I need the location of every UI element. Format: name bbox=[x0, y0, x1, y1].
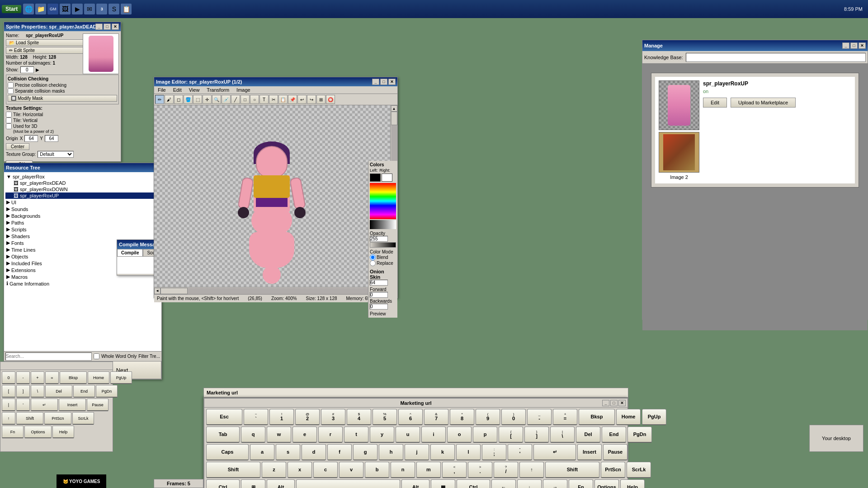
sk-quote[interactable]: ' bbox=[16, 399, 30, 411]
menu-view[interactable]: View bbox=[187, 87, 202, 93]
sk-pipe[interactable]: | bbox=[2, 399, 15, 411]
sk-plus[interactable]: + bbox=[31, 371, 44, 384]
close-button[interactable]: ✕ bbox=[859, 42, 866, 49]
key-1[interactable]: !1 bbox=[269, 409, 294, 425]
edit-button[interactable]: Edit bbox=[703, 98, 727, 108]
redo-tool[interactable]: ↪ bbox=[307, 95, 316, 104]
tree-item-spr-rox[interactable]: ▼ spr_playerRox bbox=[5, 174, 160, 180]
key-menu[interactable]: ▦ bbox=[431, 479, 455, 488]
key-p[interactable]: p bbox=[473, 427, 497, 443]
menu-edit[interactable]: Edit bbox=[171, 87, 184, 93]
key-insert[interactable]: Insert bbox=[577, 444, 602, 460]
key-i[interactable]: i bbox=[421, 427, 446, 443]
taskbar-icon-mail[interactable]: ✉ bbox=[84, 4, 95, 14]
key-backslash[interactable]: |\ bbox=[550, 427, 575, 443]
taskbar-icon-skype[interactable]: S bbox=[108, 4, 119, 14]
key-m[interactable]: m bbox=[416, 462, 441, 478]
key-semicolon[interactable]: :; bbox=[482, 444, 506, 460]
start-button[interactable]: Start bbox=[2, 5, 21, 13]
file-tree-titlebar[interactable]: Resource Tree bbox=[4, 163, 161, 172]
cut-tool[interactable]: ✂ bbox=[269, 95, 278, 104]
undo-tool[interactable]: ↩ bbox=[297, 95, 307, 104]
used-3d-checkbox[interactable] bbox=[6, 123, 12, 129]
key-tab[interactable]: Tab bbox=[206, 427, 240, 443]
key-down[interactable]: ↓ bbox=[517, 479, 542, 488]
manage-titlebar[interactable]: Manage _ □ ✕ bbox=[642, 40, 868, 51]
key-e[interactable]: e bbox=[292, 427, 317, 443]
key-u[interactable]: u bbox=[396, 427, 420, 443]
precise-checkbox[interactable] bbox=[8, 82, 14, 88]
forward-input[interactable] bbox=[370, 292, 388, 294]
text-tool[interactable]: T bbox=[259, 95, 269, 104]
key-enter[interactable]: ↵ bbox=[533, 444, 576, 460]
tab-compile[interactable]: Compile bbox=[117, 249, 143, 256]
menu-image[interactable]: Image bbox=[235, 87, 252, 93]
key-pgdn[interactable]: PgDn bbox=[627, 427, 652, 443]
key-quote[interactable]: "' bbox=[508, 444, 532, 460]
key-h[interactable]: h bbox=[379, 444, 403, 460]
image-editor-titlebar[interactable]: Image Editor: spr_playerRoxUP (1/2) _ □ … bbox=[154, 77, 397, 86]
scroll-left-button[interactable]: ◄ bbox=[154, 288, 160, 294]
minimize-button[interactable]: _ bbox=[95, 23, 103, 30]
key-g[interactable]: g bbox=[353, 444, 377, 460]
sk-bksp[interactable]: Bksp bbox=[60, 371, 87, 384]
h-scroll-thumb[interactable] bbox=[160, 288, 188, 294]
key-left[interactable]: ← bbox=[491, 479, 516, 488]
blend-radio[interactable] bbox=[370, 254, 376, 260]
taskbar-icon-ie[interactable]: 🌐 bbox=[23, 4, 34, 14]
key-lbracket[interactable]: {[ bbox=[499, 427, 523, 443]
maximize-button[interactable]: □ bbox=[850, 42, 858, 49]
key-del[interactable]: Del bbox=[576, 427, 600, 443]
sk-up[interactable]: ↑ bbox=[2, 412, 15, 425]
key-comma[interactable]: <, bbox=[442, 462, 467, 478]
key-pgup[interactable]: PgUp bbox=[642, 409, 666, 425]
taskbar-icon-folder[interactable]: 📁 bbox=[35, 4, 46, 14]
rect-tool[interactable]: □ bbox=[241, 95, 250, 104]
key-home[interactable]: Home bbox=[616, 409, 641, 425]
left-color-swatch[interactable] bbox=[370, 174, 381, 182]
tree-item-game-info[interactable]: ℹ Game Information bbox=[5, 280, 160, 287]
replace-radio[interactable] bbox=[370, 260, 376, 266]
whole-word-checkbox[interactable] bbox=[94, 353, 99, 359]
key-6[interactable]: ^6 bbox=[398, 409, 423, 425]
key-c[interactable]: c bbox=[313, 462, 338, 478]
sk-fn[interactable]: Fn bbox=[2, 426, 24, 438]
key-4[interactable]: $4 bbox=[347, 409, 371, 425]
key-right[interactable]: → bbox=[543, 479, 567, 488]
sk-options[interactable]: Options bbox=[24, 426, 52, 438]
h-scroll-track[interactable] bbox=[160, 288, 384, 294]
key-equals[interactable]: += bbox=[553, 409, 577, 425]
eraser-tool[interactable]: ◻ bbox=[174, 95, 183, 104]
close-button[interactable]: ✕ bbox=[112, 23, 119, 30]
upload-marketplace-button[interactable]: Upload to Marketplace bbox=[731, 98, 796, 108]
taskbar-icon-img[interactable]: 🖼 bbox=[60, 4, 71, 14]
sk-shift[interactable]: Shift bbox=[16, 412, 43, 425]
onion-tool[interactable]: ⭕ bbox=[326, 95, 335, 104]
opacity-input[interactable] bbox=[370, 236, 388, 242]
key-q[interactable]: q bbox=[241, 427, 265, 443]
sk-end[interactable]: End bbox=[73, 385, 95, 398]
key-win[interactable]: ⊞ bbox=[241, 479, 265, 488]
ellipse-tool[interactable]: ○ bbox=[250, 95, 259, 104]
taskbar-icon-3[interactable]: 3 bbox=[96, 4, 107, 14]
minimize-button[interactable]: _ bbox=[602, 400, 609, 406]
onion-input[interactable] bbox=[370, 280, 388, 286]
color-spectrum[interactable] bbox=[370, 183, 396, 219]
key-z[interactable]: z bbox=[262, 462, 286, 478]
sk-bs[interactable]: \ bbox=[31, 385, 44, 398]
key-7[interactable]: &7 bbox=[424, 409, 448, 425]
key-fn[interactable]: Fn bbox=[569, 479, 593, 488]
separate-checkbox[interactable] bbox=[8, 88, 14, 94]
right-color-swatch[interactable] bbox=[382, 174, 392, 182]
maximize-button[interactable]: □ bbox=[610, 400, 618, 406]
grid-tool[interactable]: ⊞ bbox=[316, 95, 326, 104]
gray-spectrum[interactable] bbox=[370, 220, 396, 229]
tree-item-sounds[interactable]: ▶ Sounds bbox=[5, 206, 160, 212]
key-b[interactable]: b bbox=[365, 462, 389, 478]
sk-pause[interactable]: Pause bbox=[87, 399, 108, 411]
minimize-button[interactable]: _ bbox=[842, 42, 849, 49]
pencil-tool[interactable]: ✏ bbox=[155, 95, 164, 104]
scroll-thumb[interactable] bbox=[391, 112, 397, 125]
key-ctrl-left[interactable]: Ctrl bbox=[206, 479, 240, 488]
tile-h-checkbox[interactable] bbox=[6, 112, 12, 117]
